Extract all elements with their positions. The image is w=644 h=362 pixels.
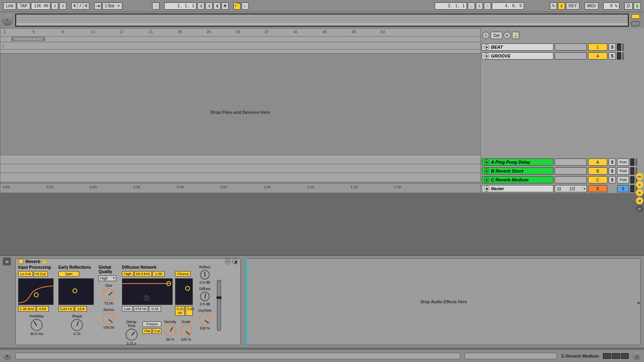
lock-icon[interactable]: 🔒 xyxy=(512,32,519,39)
tap-button[interactable]: TAP xyxy=(17,2,30,10)
predelay-knob[interactable] xyxy=(31,319,43,331)
track-play-icon[interactable] xyxy=(484,44,489,50)
solo-button[interactable]: S xyxy=(609,158,616,166)
return-lane-c[interactable] xyxy=(0,173,480,181)
time-ruler[interactable]: 0:000:100:200:300:400:501:001:101:201:30 xyxy=(0,183,480,193)
spin-button[interactable]: Spin xyxy=(58,271,79,277)
low-shelf-button[interactable]: Low xyxy=(122,306,133,312)
track-play-icon[interactable] xyxy=(484,168,489,174)
follow-icon[interactable] xyxy=(152,2,159,10)
chorus-button[interactable]: Chorus xyxy=(175,271,191,277)
expand-icon[interactable] xyxy=(633,352,641,360)
track-activator-slot[interactable] xyxy=(555,167,587,175)
punch-position[interactable]: 3. 1. 1 xyxy=(435,2,467,10)
high-shelf-button[interactable]: High xyxy=(122,271,134,277)
diffuse-knob[interactable] xyxy=(200,292,210,301)
track-name[interactable]: C Reverb Medium xyxy=(482,176,553,183)
output-slider[interactable] xyxy=(217,280,221,331)
back-to-arrangement-icon[interactable]: ← xyxy=(242,2,249,10)
overview-toggle-1[interactable] xyxy=(631,14,640,19)
hi-cut-button[interactable]: Hi Cut xyxy=(34,271,48,277)
automation-arm-icon[interactable]: ⚬⁀ xyxy=(233,2,241,10)
device-save-icon[interactable]: ⟳ xyxy=(225,259,231,264)
post-button[interactable]: Post xyxy=(617,158,629,166)
quantize-menu[interactable]: 1 Bar▾ xyxy=(102,2,122,10)
solo-button[interactable]: S xyxy=(609,52,616,60)
track-name[interactable]: BEAT xyxy=(482,43,553,51)
shape-knob[interactable] xyxy=(71,319,83,331)
return-lane-a[interactable] xyxy=(0,155,480,164)
decay-knob[interactable] xyxy=(126,329,138,341)
track-assign[interactable]: A xyxy=(588,158,607,166)
early-reflections-graph[interactable] xyxy=(58,278,94,305)
master-send-b[interactable]: 0 xyxy=(617,185,629,192)
disk-overload-button[interactable]: D xyxy=(624,2,633,10)
overview-collapse-icon[interactable] xyxy=(2,14,13,26)
solo-button[interactable]: S xyxy=(609,176,616,183)
nudge-up-icon[interactable] xyxy=(59,2,66,10)
thumb-3[interactable] xyxy=(621,353,629,359)
delete-button[interactable]: Del xyxy=(491,32,502,39)
cut-button[interactable]: Cut xyxy=(153,328,161,334)
reflect-knob[interactable] xyxy=(200,270,210,280)
chorus-rate-value[interactable]: 0.21 Hz xyxy=(175,306,185,316)
device-activator[interactable] xyxy=(18,259,24,264)
loop-brace[interactable] xyxy=(12,37,45,41)
quality-select[interactable]: High xyxy=(99,276,116,281)
mixer-section-s[interactable]: S xyxy=(636,181,643,188)
resize-grip[interactable] xyxy=(622,52,624,60)
nudge-down-icon[interactable] xyxy=(51,2,58,10)
tempo-field[interactable]: 136.00 xyxy=(31,2,50,10)
track-assign[interactable]: B xyxy=(588,167,607,175)
diffusion-eq-graph[interactable]: 1 xyxy=(122,278,173,305)
chorus-amount-value[interactable]: 0.62 xyxy=(186,306,193,316)
play-button[interactable] xyxy=(197,2,204,10)
flat-button[interactable]: Flat xyxy=(142,328,152,334)
track-stop-icon[interactable] xyxy=(484,186,489,191)
density-knob[interactable] xyxy=(164,325,176,337)
track-play-icon[interactable] xyxy=(484,53,489,59)
track-name[interactable]: GROOVE xyxy=(482,52,553,60)
scrub-area[interactable] xyxy=(0,49,480,53)
track-activator-slot[interactable] xyxy=(555,158,587,166)
freeze-button[interactable]: Freeze xyxy=(142,321,161,327)
track-play-icon[interactable] xyxy=(484,159,489,165)
track-assign[interactable]: 4 xyxy=(588,52,607,60)
drywet-knob[interactable] xyxy=(199,313,211,325)
high-freq-value[interactable]: 16.0 kHz xyxy=(134,271,152,277)
help-view-icon[interactable] xyxy=(3,352,11,360)
drop-files-area[interactable]: Drop Files and Devices Here xyxy=(0,60,480,165)
add-icon[interactable]: + xyxy=(504,32,511,39)
time-signature[interactable]: 4/4 xyxy=(71,2,89,10)
device-fold-icon[interactable]: ◑ xyxy=(232,259,238,264)
spin-rate-value[interactable]: 0.24 Hz xyxy=(58,306,74,312)
key-map-button[interactable]: KEY xyxy=(566,2,580,10)
midi-map-button[interactable]: MIDI xyxy=(584,2,599,10)
spin-amount-value[interactable]: 13.8 xyxy=(75,306,87,312)
track-activator-slot[interactable] xyxy=(555,52,587,60)
scale-knob[interactable] xyxy=(180,325,192,337)
chorus-graph[interactable] xyxy=(175,278,193,305)
arrangement-position[interactable]: 1. 1. 1 xyxy=(164,2,196,10)
track-assign[interactable]: C xyxy=(588,176,607,183)
return-lane-b[interactable] xyxy=(0,164,480,173)
punch-in-icon[interactable] xyxy=(468,2,475,10)
thumb-1[interactable] xyxy=(603,353,611,359)
solo-button[interactable]: S xyxy=(609,43,616,51)
solo-button[interactable]: S xyxy=(609,167,616,175)
high-ratio-value[interactable]: 1.00 xyxy=(153,271,165,277)
hot-swap-icon[interactable]: ✋ xyxy=(42,259,48,264)
master-output-select[interactable]: ⵊⵊ1/2 xyxy=(555,185,587,192)
track-assign[interactable]: 1 xyxy=(588,43,607,51)
lo-cut-button[interactable]: Lo Cut xyxy=(18,271,33,277)
input-freq-value[interactable]: 1.36 kHz xyxy=(18,306,36,312)
size-knob[interactable] xyxy=(103,288,115,300)
arrangement-overview[interactable] xyxy=(15,14,629,27)
low-freq-value[interactable]: 479 Hz xyxy=(134,306,149,312)
track-activator-slot[interactable] xyxy=(555,176,587,183)
loop-length[interactable]: 4. 0. 0 xyxy=(492,2,524,10)
timeline[interactable]: 1591317212529333741454953 1 Drop Files a… xyxy=(0,28,481,193)
track-play-icon[interactable] xyxy=(484,177,489,183)
punch-out-icon[interactable] xyxy=(484,2,491,10)
low-ratio-value[interactable]: 0.42 xyxy=(149,306,161,312)
